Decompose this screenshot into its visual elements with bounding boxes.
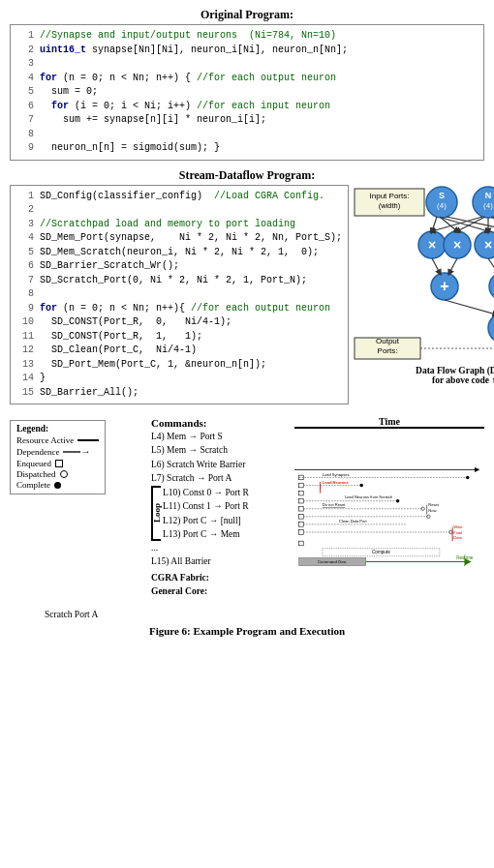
original-program-code: 1//Synapse and input/output neurons (Ni=… [10,24,484,161]
svg-line-33 [449,258,457,273]
cmd-ellipsis: ... [151,541,294,554]
svg-text:Ports:: Ports: [378,346,398,355]
cmd-L6: L6) Scratch Write Barrier [151,458,294,471]
cmd-L15: L15) All Barrier [151,554,294,568]
page: Original Program: 1//Synapse and input/o… [0,0,494,644]
commands-title: Commands: [151,417,294,429]
legend-dep-arrow: → [63,446,90,457]
svg-text:Load Neurons from Scratch: Load Neurons from Scratch [345,494,392,499]
cmd-L13: L13) Port C → Mem [163,527,294,541]
cmd-L5: L5) Mem → Scratch [151,443,294,457]
svg-text:(width): (width) [379,201,401,210]
svg-text:Input Ports:: Input Ports: [370,192,410,200]
svg-point-54 [466,476,469,479]
svg-line-40 [445,300,494,314]
svg-line-20 [432,217,437,231]
dfg-label: Data Flow Graph (DFG) [416,366,494,375]
cmd-L12: L12) Port C → [null] [163,514,294,527]
cmd-L4: L4) Mem → Port S [151,430,294,443]
svg-text:(4): (4) [437,201,447,210]
svg-text:Write: Write [453,524,463,529]
legend-box: Legend: Resource Active Dependence → Enq… [10,420,106,494]
cmd-L11: L11) Const 1 → Port R [163,499,294,513]
svg-text:N: N [485,191,492,200]
svg-text:Compute: Compute [372,550,390,554]
svg-rect-80 [299,530,304,535]
svg-rect-74 [299,515,304,520]
legend-resource-line [77,439,99,441]
sd-program-title: Stream-Dataflow Program: [10,168,484,183]
svg-text:Do not Reset: Do not Reset [323,502,346,507]
svg-rect-62 [299,491,304,495]
svg-text:+: + [440,278,448,294]
svg-text:×: × [484,237,492,253]
legend-dispatched-label: Dispatched [16,469,56,479]
svg-rect-87 [299,541,304,546]
legend-enqueued-square [55,460,63,467]
dfg-diagram: Input Ports: (width) S (4) N (4) R (1) × [353,185,494,364]
original-program-title: Original Program: [10,8,484,22]
svg-text:Command Gen.: Command Gen. [318,559,347,564]
svg-text:Reset: Reset [428,502,439,507]
svg-rect-57 [299,483,304,488]
svg-rect-77 [299,523,304,527]
legend-enqueued-label: Enqueued [16,459,51,468]
cmd-fabric: CGRA Fabric: [151,571,294,584]
svg-line-32 [432,258,440,273]
figure-caption: Figure 6: Example Program and Execution [10,625,484,637]
svg-text:Clean Data Port: Clean Data Port [339,519,367,524]
sd-program-code: 1SD_Config(classifier_config) //Load CGR… [10,185,349,405]
svg-text:Now: Now [428,508,436,513]
dfg-sublabel: for above code ↑ [432,375,494,385]
svg-rect-63 [299,498,304,503]
svg-point-59 [359,484,362,487]
svg-rect-67 [299,506,304,511]
svg-text:Final: Final [453,530,462,535]
svg-text:Data: Data [453,535,462,540]
svg-text:(4): (4) [483,201,493,210]
svg-line-34 [488,258,494,273]
svg-text:S: S [439,191,445,200]
legend-title: Legend: [16,424,99,434]
timing-diagram: Load Synapses Load Neurons Loa [294,430,484,614]
legend-dependence: Dependence [16,447,59,457]
legend-complete-label: Complete [16,480,50,490]
svg-point-65 [396,499,399,502]
cmd-L10: L10) Const 0 → Port R [163,486,294,499]
legend-complete-dot [54,482,61,489]
legend-dispatched-circle [60,470,68,478]
svg-text:Output: Output [376,337,400,345]
svg-text:×: × [453,237,461,253]
cmd-core: General Core: [151,584,294,598]
svg-text:Load Neurons: Load Neurons [323,480,350,485]
svg-point-30 [489,273,494,300]
svg-point-36 [488,314,494,343]
legend-commands-section: Legend: Resource Active Dependence → Enq… [10,416,484,615]
legend-resource-active: Resource Active [16,435,74,445]
cmd-L7: L7) Scratch → Port A [151,471,294,485]
loop-label: Loop [152,503,162,523]
svg-text:×: × [428,237,436,253]
svg-text:Load Synapses: Load Synapses [323,472,350,477]
time-label: Time [294,416,484,429]
